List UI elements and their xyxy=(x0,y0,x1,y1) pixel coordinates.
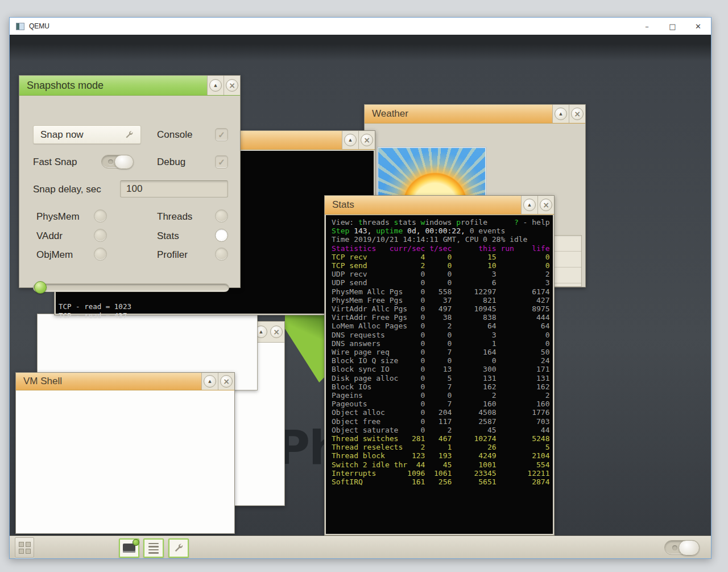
close-icon[interactable]: ✕ xyxy=(685,18,711,35)
console-checkbox-label: Console xyxy=(157,125,192,144)
guest-desktop: Ph Weather xyxy=(10,35,711,558)
grid-icon xyxy=(19,542,31,554)
vaddr-radio[interactable] xyxy=(94,229,107,242)
snapshots-titlebar[interactable]: Snapshots mode xyxy=(19,76,240,96)
wrench-icon xyxy=(173,543,184,553)
threads-radio[interactable] xyxy=(215,209,228,223)
shade-button[interactable] xyxy=(209,79,222,92)
list-icon xyxy=(148,543,159,554)
fast-snap-label: Fast Snap xyxy=(33,153,77,171)
qemu-titlebar[interactable]: QEMU – □ ✕ xyxy=(10,18,711,35)
physmem-label: PhysMem xyxy=(36,207,80,226)
profiler-label: Profiler xyxy=(157,245,188,264)
notification-badge xyxy=(133,539,139,546)
fast-snap-toggle[interactable] xyxy=(101,155,133,168)
qemu-window-controls: – □ ✕ xyxy=(634,18,711,35)
stats-label: Stats xyxy=(157,227,179,245)
stats-radio[interactable] xyxy=(215,229,228,242)
taskbar xyxy=(10,536,711,558)
console-checkbox[interactable] xyxy=(215,128,228,141)
taskbar-log-button[interactable] xyxy=(143,538,164,558)
objmem-label: ObjMem xyxy=(36,245,73,264)
vm-shell-title: VM Shell xyxy=(16,373,201,390)
screen-icon xyxy=(123,544,135,553)
start-menu-button[interactable] xyxy=(15,537,34,558)
vaddr-label: VAddr xyxy=(36,227,63,245)
vm-shell-titlebar[interactable]: VM Shell xyxy=(16,373,234,390)
profiler-radio[interactable] xyxy=(215,248,228,261)
wrench-icon xyxy=(125,130,134,139)
snap-delay-label: Snap delay, sec xyxy=(33,180,101,199)
maximize-icon[interactable]: □ xyxy=(660,18,685,35)
screen: QEMU – □ ✕ Ph Weather xyxy=(0,0,728,572)
qemu-title: QEMU xyxy=(29,22,49,30)
weather-title: Weather xyxy=(365,105,552,123)
physmem-radio[interactable] xyxy=(94,209,107,223)
vm-shell-window: VM Shell xyxy=(15,372,235,534)
close-button[interactable] xyxy=(226,79,238,92)
qemu-window: QEMU – □ ✕ Ph Weather xyxy=(9,17,712,559)
taskbar-toggle[interactable] xyxy=(664,540,700,555)
debug-checkbox-label: Debug xyxy=(157,153,185,171)
snap-now-button[interactable]: Snap now xyxy=(33,125,141,144)
close-button[interactable] xyxy=(270,326,283,338)
stats-title: Stats xyxy=(325,196,521,214)
shade-button[interactable] xyxy=(344,134,357,146)
qemu-app-icon xyxy=(16,23,24,30)
taskbar-windows-button[interactable] xyxy=(119,538,139,558)
close-button[interactable] xyxy=(571,108,584,120)
weather-titlebar[interactable]: Weather xyxy=(365,105,585,124)
close-button[interactable] xyxy=(540,199,552,211)
shade-button[interactable] xyxy=(204,375,216,388)
console-line: TCP - read = 437 xyxy=(59,311,127,320)
snapshot-slider[interactable] xyxy=(33,283,229,292)
stats-titlebar[interactable]: Stats xyxy=(325,196,554,215)
minimize-icon[interactable]: – xyxy=(634,18,660,35)
taskbar-tools-button[interactable] xyxy=(168,538,189,558)
vm-shell-content[interactable] xyxy=(16,390,234,533)
slider-handle[interactable] xyxy=(34,281,47,294)
snap-delay-input[interactable] xyxy=(120,180,228,197)
close-button[interactable] xyxy=(220,375,233,388)
console-line: TCP - read = 1023 xyxy=(59,302,131,311)
shade-button[interactable] xyxy=(523,199,536,211)
stats-terminal: View: threads stats windows profile ? - … xyxy=(326,215,553,534)
shade-button[interactable] xyxy=(555,108,567,120)
stats-table: View: threads stats windows profile ? - … xyxy=(326,215,553,486)
objmem-radio[interactable] xyxy=(94,248,107,261)
snapshots-title: Snapshots mode xyxy=(19,76,207,95)
debug-checkbox[interactable] xyxy=(215,155,228,168)
close-button[interactable] xyxy=(361,134,373,146)
stats-window: Stats View: threads stats windows profil… xyxy=(324,195,555,536)
snapshots-window: Snapshots mode Snap now Console Fast Sna… xyxy=(19,75,241,288)
threads-label: Threads xyxy=(157,207,192,226)
